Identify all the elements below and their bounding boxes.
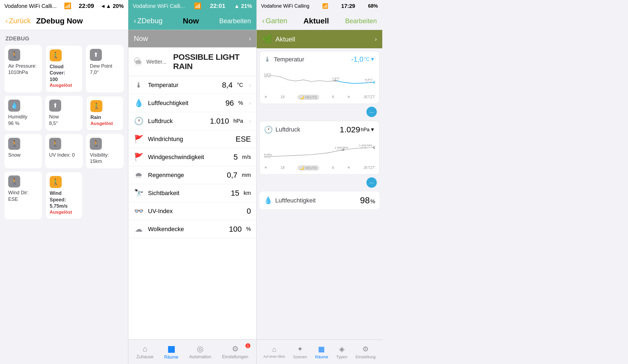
edit-button-3[interactable]: Bearbeiten	[345, 17, 377, 25]
axis-sun-2: ☀	[347, 95, 351, 100]
tab-auf-einen-blick[interactable]: ⌂ Auf einen Blick	[263, 345, 285, 359]
more-btn-area-pressure: ···	[259, 176, 380, 188]
svg-text:1.029 hPa: 1.029 hPa	[359, 144, 372, 147]
back-label-1: Zurück	[9, 17, 31, 25]
back-label-2: ZDebug	[137, 17, 163, 25]
wind-dir-icon: 🚩	[134, 135, 144, 144]
tab-label-zuhause: Zuhause	[137, 354, 153, 359]
aktuell-chevron: ›	[375, 36, 377, 43]
axis-sun-1: ☀	[264, 95, 268, 100]
row-temperatur[interactable]: 🌡 Temperatur 8,4 °C ›	[128, 76, 256, 94]
label-windgeschwindigkeit: Windgeschwindigkeit	[148, 154, 229, 161]
tile-label-cloud-cover: Cloud Cover:100	[50, 64, 79, 83]
tile-wind-speed[interactable]: 🚶‍♂️ Wind Speed:5.75m/s Ausgelöst	[45, 172, 83, 219]
temperatur-header: 🌡 Temperatur -1,0 °C ▼	[264, 55, 375, 64]
pressure-icon-3: 🕐	[264, 126, 273, 134]
tile-icon-air-pressure: 🚶	[8, 49, 20, 61]
typen-icon: ◈	[339, 345, 345, 353]
panel-1: Vodafone WiFi Calli... 📶 22:09 ◂ ▲ 20% ‹…	[0, 0, 128, 364]
now-section[interactable]: Now ›	[128, 30, 256, 47]
more-button-temp[interactable]: ···	[366, 107, 377, 117]
humidity-icon-3: 💧	[264, 196, 272, 205]
unit-regenmenge: mm	[242, 172, 251, 178]
label-sichtbarkeit: Sichtbarkeit	[148, 190, 226, 197]
tile-visibility[interactable]: 🚶 Visibility:15km	[86, 134, 124, 169]
tile-humidity[interactable]: 💧 Humidity96 %	[4, 96, 42, 130]
carrier-1: Vodafone WiFi Calli...	[4, 3, 57, 9]
aktuell-section[interactable]: 🌿 Aktuell ›	[257, 30, 382, 48]
time-2: 22:01	[210, 2, 225, 10]
temperatur-axis: ☀ 18 🌙 HEUTE 6 ☀ JETZT	[264, 95, 375, 100]
rooms-icon-3: ▦	[318, 345, 325, 353]
label-luftfeuchtigkeit: Luftfeuchtigkeit	[148, 100, 221, 107]
luftdruck-unit: hPa	[361, 127, 369, 133]
row-luftfeuchtigkeit[interactable]: 💧 Luftfeuchtigkeit 96 % ›	[128, 94, 256, 112]
unit-luftdruck: hPa	[233, 118, 243, 124]
more-btn-area-temp: ···	[259, 105, 380, 117]
label-luftdruck: Luftdruck	[148, 118, 206, 125]
home-icon-3: ⌂	[272, 345, 277, 354]
tile-label-rain: Rain	[90, 114, 101, 121]
time-1: 22:09	[79, 2, 94, 10]
battery-1: ▲ 20%	[106, 3, 124, 9]
tab-einstellungen[interactable]: ⚙ 1 Einstellungen	[222, 344, 248, 359]
wifi-icon-2: 📶	[194, 2, 201, 10]
value-wolkendecke: 100	[229, 225, 242, 234]
wifi-icon: 📶	[64, 2, 71, 10]
more-button-pressure[interactable]: ···	[366, 177, 377, 188]
pressure-icon: 🕐	[134, 117, 144, 126]
szenen-icon: ✦	[297, 345, 303, 353]
weather-list: 🌦 Wetter... POSSIBLE LIGHT RAIN 🌡 Temper…	[128, 47, 256, 339]
value-sichtbarkeit: 15	[231, 189, 239, 198]
temperatur-card: 🌡 Temperatur -1,0 °C ▼	[259, 51, 380, 104]
axis-jetzt-2: JETZT	[363, 165, 375, 171]
tab-zuhause[interactable]: ⌂ Zuhause	[137, 345, 153, 359]
wind-speed-icon: 🚩	[134, 153, 144, 162]
tile-cloud-cover[interactable]: 🚶‍♂️ Cloud Cover:100 Ausgelöst	[45, 45, 83, 93]
tab-label-einstellung-3: Einstellung	[356, 354, 375, 359]
tab-raeume-3[interactable]: ▦ Räume	[315, 345, 328, 359]
tile-air-pressure[interactable]: 🚶 Air Pressure:1010hPa	[4, 45, 42, 93]
battery-area-1: ◂ ▲ 20%	[102, 3, 124, 9]
tile-icon-uv: 🚶	[49, 138, 61, 150]
edit-button-2[interactable]: Bearbeiten	[219, 17, 251, 25]
tile-label-visibility: Visibility:15km	[90, 152, 109, 165]
tile-icon-humidity: 💧	[8, 100, 20, 112]
battery-3: 68%	[368, 3, 378, 9]
tab-automation[interactable]: ◎ Automation	[189, 344, 211, 359]
tab-raeume[interactable]: ▦ Räume	[164, 344, 179, 360]
thermometer-icon: 🌡	[134, 80, 144, 89]
luftfeuchtigkeit-row[interactable]: 💧 Luftfeuchtigkeit 98 %	[259, 192, 380, 209]
tab-bar-2: ⌂ Zuhause ▦ Räume ◎ Automation ⚙ 1 Einst…	[128, 339, 256, 364]
tab-typen[interactable]: ◈ Typen	[336, 345, 348, 359]
tile-wind-dir[interactable]: 🚶 Wind Dir:ESE	[4, 172, 42, 219]
tile-rain[interactable]: 🚶‍♂️ Rain Ausgelöst	[86, 96, 124, 130]
tab-label-raeume-3: Räume	[315, 354, 328, 359]
lf-left: 💧 Luftfeuchtigkeit	[264, 196, 316, 205]
tile-dew-point[interactable]: ⬆ Dew Point7,0°	[86, 45, 124, 93]
automation-icon-2: ◎	[197, 344, 203, 353]
tab-einstellung-3[interactable]: ⚙ Einstellung	[356, 345, 375, 359]
unit-luftfeuchtigkeit: %	[238, 100, 243, 106]
tile-icon-wind-dir: 🚶	[8, 175, 20, 187]
axis-sun-4: ☀	[347, 165, 351, 171]
temperatur-chart: 2,6°C 14:55 -1,5°C 08:38 -0,9°C 17:28	[264, 66, 375, 94]
back-button-2[interactable]: ‹ ZDebug	[134, 17, 162, 25]
rooms-icon-2: ▦	[167, 344, 175, 354]
tile-now[interactable]: ⬆ Now8,5°	[45, 96, 83, 130]
tile-uv-index[interactable]: 🚶 UV Index: 0	[45, 134, 83, 169]
tile-icon-rain: 🚶‍♂️	[90, 100, 102, 112]
temperatur-unit: °C	[364, 56, 369, 62]
axis-sun-3: ☀	[264, 165, 268, 171]
tab-szenen[interactable]: ✦ Szenen	[293, 345, 307, 359]
thermometer-icon-3: 🌡	[264, 55, 271, 64]
back-button-3[interactable]: ‹ Garten	[262, 17, 287, 25]
label-uv-index: UV-Index	[148, 208, 242, 215]
row-luftdruck[interactable]: 🕐 Luftdruck 1.010 hPa ›	[128, 112, 256, 130]
value-luftfeuchtigkeit: 96	[225, 99, 234, 108]
tile-icon-wind-speed: 🚶‍♂️	[50, 176, 62, 188]
lf-unit: %	[370, 198, 375, 205]
tile-snow[interactable]: 🚶 Snow	[4, 134, 42, 169]
svg-text:13:03: 13:03	[264, 156, 271, 159]
back-button-1[interactable]: ‹ Zurück	[5, 17, 31, 25]
